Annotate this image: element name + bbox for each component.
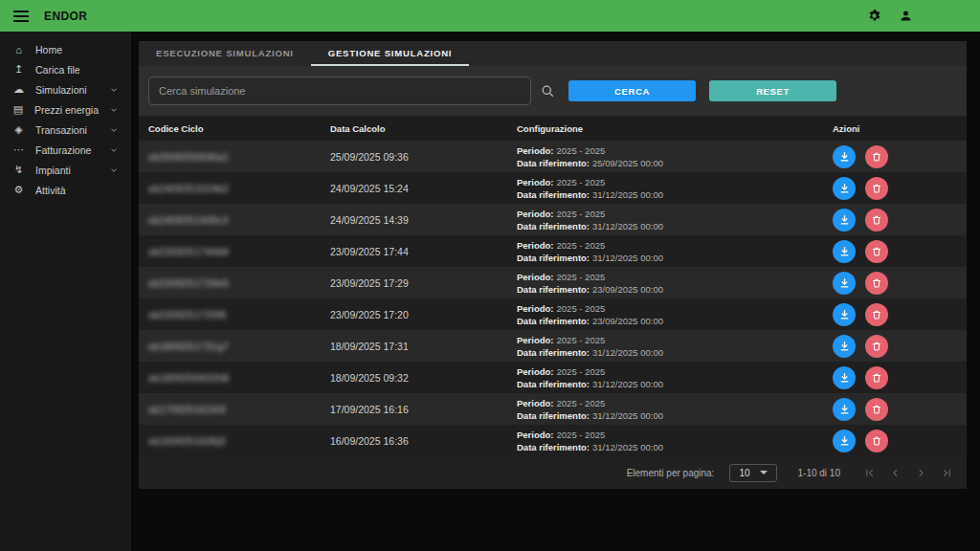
periodo-value: 2025 - 2025: [557, 240, 606, 251]
reset-button[interactable]: RESET: [709, 80, 836, 101]
chevron-left-icon: [889, 467, 902, 479]
header-data-calcolo: Data Calcolo: [330, 123, 517, 134]
app-window: ENDOR ⌂ Home ↥ Carica file ☁ Simulazioni: [0, 0, 980, 551]
delete-button[interactable]: [865, 430, 888, 452]
next-page-button[interactable]: [915, 467, 927, 479]
periodo-value: 2025 - 2025: [557, 398, 606, 408]
periodo-label: Periodo:: [517, 398, 554, 408]
download-button[interactable]: [833, 398, 856, 421]
delete-button[interactable]: [865, 398, 888, 421]
delete-button[interactable]: [865, 177, 888, 200]
top-bar: ENDOR: [0, 0, 980, 32]
periodo-label: Periodo:: [517, 366, 554, 377]
sidebar-item-impianti[interactable]: ↯ Impianti: [0, 160, 131, 180]
table-row: sb2309251720f6 23/09/2025 17:20 Periodo:…: [139, 298, 967, 330]
cloud-icon: ☁: [12, 83, 25, 96]
trash-icon: [871, 277, 882, 289]
download-button[interactable]: [833, 366, 856, 389]
periodo-label: Periodo:: [517, 177, 554, 187]
download-button[interactable]: [833, 240, 856, 263]
riferimento-value: 31/12/2025 00:00: [592, 379, 663, 389]
calc-date: 25/09/2025 09:36: [330, 151, 517, 163]
header-configurazione: Configurazione: [517, 123, 833, 134]
riferimento-label: Data riferimento:: [517, 284, 590, 295]
delete-button[interactable]: [865, 272, 888, 295]
riferimento-label: Data riferimento:: [517, 410, 590, 421]
delete-button[interactable]: [865, 209, 888, 231]
download-button[interactable]: [833, 272, 856, 295]
page-range: 1-10 di 10: [798, 468, 840, 478]
account-button[interactable]: [899, 9, 913, 23]
periodo-label: Periodo:: [517, 209, 554, 219]
sidebar-item-transazioni[interactable]: ◈ Transazioni: [0, 120, 131, 140]
simulations-panel: ESECUZIONE SIMULAZIONI GESTIONE SIMULAZI…: [139, 41, 967, 489]
download-button[interactable]: [833, 145, 856, 168]
chevron-down-icon: [109, 165, 119, 175]
riferimento-label: Data riferimento:: [517, 442, 590, 452]
trash-icon: [871, 404, 882, 415]
periodo-label: Periodo:: [517, 272, 554, 282]
download-button[interactable]: [833, 209, 856, 231]
riferimento-value: 31/12/2025 00:00: [592, 253, 663, 263]
last-page-button[interactable]: [941, 467, 953, 479]
riferimento-value: 31/12/2025 00:00: [592, 189, 663, 200]
search-icon: [541, 84, 555, 99]
page-size-select[interactable]: 10: [729, 464, 776, 482]
table-row: sb2409251439c3 24/09/2025 14:39 Periodo:…: [139, 204, 967, 235]
table-row: sb2509250936a1 25/09/2025 09:36 Periodo:…: [139, 141, 967, 172]
periodo-value: 2025 - 2025: [557, 366, 606, 377]
periodo-value: 2025 - 2025: [557, 303, 606, 314]
delete-button[interactable]: [865, 145, 888, 168]
chevron-down-icon: [109, 145, 119, 155]
calc-date: 18/09/2025 09:32: [330, 372, 517, 384]
periodo-label: Periodo:: [517, 303, 554, 314]
riferimento-label: Data riferimento:: [517, 158, 590, 168]
cerca-button[interactable]: CERCA: [568, 80, 696, 101]
riferimento-label: Data riferimento:: [517, 347, 590, 358]
first-page-button[interactable]: [863, 467, 876, 479]
tab-esecuzione-simulazioni[interactable]: ESECUZIONE SIMULAZIONI: [139, 41, 311, 66]
delete-button[interactable]: [865, 303, 888, 326]
sidebar-item-fatturazione[interactable]: ⋯ Fatturazione: [0, 140, 131, 160]
gear-icon: ⚙: [12, 184, 25, 196]
riferimento-value: 31/12/2025 00:00: [592, 410, 663, 421]
download-icon: [838, 276, 851, 289]
cycle-code: sb2409251524b2: [148, 184, 229, 194]
download-button[interactable]: [833, 177, 856, 200]
settings-button[interactable]: [867, 9, 881, 23]
chevron-down-icon: [109, 125, 119, 135]
periodo-value: 2025 - 2025: [557, 430, 606, 440]
table-row: sb2309251729e5 23/09/2025 17:29 Periodo:…: [139, 267, 967, 298]
calc-date: 24/09/2025 15:24: [330, 183, 517, 194]
menu-button[interactable]: [13, 10, 29, 23]
download-icon: [838, 182, 851, 194]
table-row: sb2409251524b2 24/09/2025 15:24 Periodo:…: [139, 172, 967, 204]
sidebar-item-prezzi-energia[interactable]: ▤ Prezzi energia: [0, 99, 131, 120]
sidebar-item-home[interactable]: ⌂ Home: [0, 39, 131, 59]
cycle-code: sb1809250932h8: [148, 373, 229, 384]
riferimento-label: Data riferimento:: [517, 221, 590, 231]
cycle-code: sb1609251636j0: [148, 436, 226, 447]
items-per-page-label: Elementi per pagina:: [627, 468, 715, 478]
calc-date: 18/09/2025 17:31: [330, 341, 517, 352]
tab-gestione-simulazioni[interactable]: GESTIONE SIMULAZIONI: [311, 41, 469, 66]
sidebar-item-attivita[interactable]: ⚙ Attività: [0, 180, 131, 200]
prev-page-button[interactable]: [889, 467, 902, 479]
monitor-icon: ▤: [12, 103, 24, 116]
delete-button[interactable]: [865, 240, 888, 263]
main-content: ESECUZIONE SIMULAZIONI GESTIONE SIMULAZI…: [131, 32, 980, 551]
sidebar-item-carica-file[interactable]: ↥ Carica file: [0, 59, 131, 79]
tab-bar: ESECUZIONE SIMULAZIONI GESTIONE SIMULAZI…: [139, 41, 967, 66]
download-button[interactable]: [833, 303, 856, 326]
calc-date: 23/09/2025 17:20: [330, 309, 517, 320]
download-button[interactable]: [833, 430, 856, 452]
delete-button[interactable]: [865, 366, 888, 389]
riferimento-label: Data riferimento:: [517, 316, 590, 326]
sidebar-item-simulazioni[interactable]: ☁ Simulazioni: [0, 79, 131, 99]
delete-button[interactable]: [865, 335, 888, 358]
download-button[interactable]: [833, 335, 856, 358]
trash-icon: [871, 151, 882, 163]
header-codice-ciclo: Codice Ciclo: [148, 123, 330, 134]
calc-date: 23/09/2025 17:44: [330, 246, 517, 257]
search-input[interactable]: [148, 77, 531, 105]
